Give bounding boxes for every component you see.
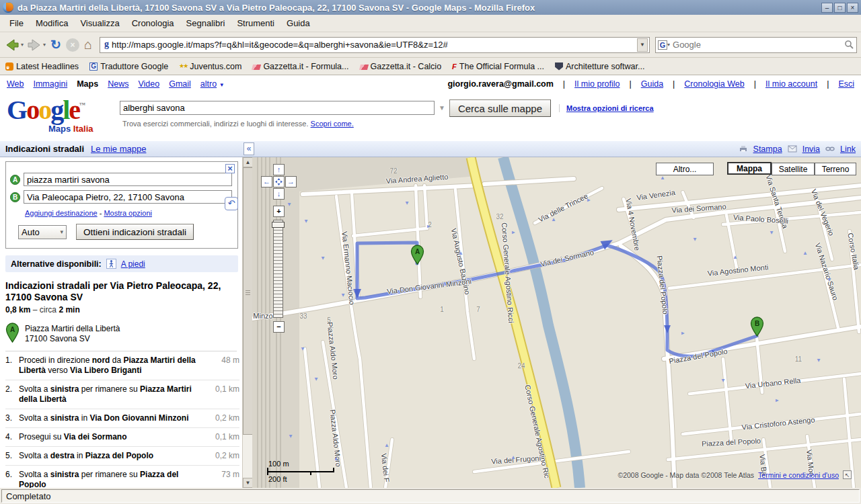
link-mio-account[interactable]: Il mio account xyxy=(765,79,817,89)
bookmark-architetture[interactable]: Architetture softwar... xyxy=(555,62,644,71)
link-gmail[interactable]: Gmail xyxy=(169,79,191,89)
menu-history[interactable]: Cronologia xyxy=(126,16,180,30)
minimize-button[interactable]: – xyxy=(821,3,833,13)
url-input[interactable] xyxy=(112,38,637,52)
back-dropdown-icon[interactable]: ▾ xyxy=(21,42,24,48)
back-button[interactable]: ▾ xyxy=(4,38,24,52)
bookmark-gazzetta-calcio[interactable]: Gazzetta.it - Calcio xyxy=(360,62,442,71)
search-engine-icon[interactable]: G xyxy=(658,40,667,50)
menu-file[interactable]: File xyxy=(4,16,29,30)
street-label: Minzo xyxy=(253,312,272,320)
bookmark-latest-headlines[interactable]: Latest Headlines xyxy=(5,62,79,71)
window-titlebar[interactable]: da Piazza Martiri della Libertà, 17100 S… xyxy=(0,0,861,15)
panel-scrollbar[interactable]: ▲ ▼ xyxy=(242,157,252,488)
menu-tools[interactable]: Strumenti xyxy=(231,16,280,30)
forward-dropdown-icon[interactable]: ▾ xyxy=(43,42,46,48)
zoom-slider-handle[interactable] xyxy=(272,222,285,228)
collapse-panel-button[interactable]: « xyxy=(244,142,254,155)
stop-button[interactable]: × xyxy=(66,38,79,52)
get-directions-button[interactable]: Ottieni indicazioni stradali xyxy=(76,224,194,240)
map-canvas[interactable]: Via Andrea AgliettoVia delle TrinceeVia … xyxy=(252,157,861,488)
directions-title: Indicazioni stradali per Via Pietro Pale… xyxy=(5,280,237,303)
search-icon[interactable] xyxy=(844,40,854,50)
menu-help[interactable]: Guida xyxy=(281,16,315,30)
menu-view[interactable]: Visualizza xyxy=(75,16,124,30)
direction-step[interactable]: 1.Procedi in direzione nord da Piazza Ma… xyxy=(5,351,239,380)
link-immagini[interactable]: Immagini xyxy=(33,79,67,89)
oneway-arrow-icon: ▲ xyxy=(287,202,292,208)
show-options-link[interactable]: Mostra opzioni xyxy=(104,209,152,217)
street-label: Via Urbano Rella xyxy=(745,376,801,390)
swap-directions-icon[interactable]: ↶ xyxy=(225,197,238,210)
link-link[interactable]: Link xyxy=(840,144,856,154)
link-mio-profilo[interactable]: Il mio profilo xyxy=(574,79,620,89)
pan-left-icon[interactable]: ← xyxy=(261,176,272,187)
scopri-come-link[interactable]: Scopri come. xyxy=(311,120,354,128)
search-maps-button[interactable]: Cerca sulle mappe xyxy=(449,99,551,117)
home-button[interactable]: ⌂ xyxy=(82,37,94,52)
link-news[interactable]: News xyxy=(108,79,128,89)
direction-step[interactable]: 5.Svolta a destra in Piazza del Popolo0,… xyxy=(5,447,239,466)
end-address-input[interactable] xyxy=(24,190,232,204)
direction-step[interactable]: 6.Svolta a sinistra per rimanere su Piaz… xyxy=(5,466,239,488)
forward-button[interactable]: ▾ xyxy=(26,38,46,52)
zoom-slider[interactable] xyxy=(273,220,283,318)
link-video[interactable]: Video xyxy=(138,79,159,89)
direction-step[interactable]: 2.Svolta a sinistra per rimanere su Piaz… xyxy=(5,380,239,409)
map-type-map-button[interactable]: Mappa xyxy=(727,162,772,175)
search-history-dropdown-icon[interactable]: ▼ xyxy=(439,104,445,112)
oneway-arrow-icon: ▲ xyxy=(340,292,346,298)
pan-down-icon[interactable]: ↓ xyxy=(273,188,285,200)
bookmark-gazzetta-formula[interactable]: Gazzetta.it - Formula... xyxy=(252,62,348,71)
reload-button[interactable]: ↻ xyxy=(48,37,63,52)
travel-mode-select[interactable]: Auto▾ xyxy=(18,225,67,239)
direction-step[interactable]: 4.Prosegui su Via dei Sormano0,1 km xyxy=(5,428,239,447)
link-guida[interactable]: Guida xyxy=(641,79,663,89)
map-marker-a[interactable]: A xyxy=(410,245,424,265)
close-button[interactable]: × xyxy=(847,3,858,13)
link-altro[interactable]: altro ▼ xyxy=(200,79,225,89)
zoom-out-button[interactable]: − xyxy=(273,321,285,333)
scrollbar-thumb[interactable] xyxy=(243,167,253,435)
route-start-item[interactable]: A Piazza Martiri della Libertà 17100 Sav… xyxy=(5,323,237,344)
direction-step[interactable]: 3.Svolta a sinistra in Via Don Giovanni … xyxy=(5,409,239,428)
bookmark-traduttore-google[interactable]: GTraduttore Google xyxy=(89,62,168,71)
link-web[interactable]: Web xyxy=(7,79,24,89)
map-type-terrain-button[interactable]: Terreno xyxy=(815,163,856,175)
bookmark-juventus[interactable]: ★★Juventus.com xyxy=(179,62,241,71)
scroll-down-icon[interactable]: ▼ xyxy=(243,478,253,488)
expand-icon[interactable]: ↖ xyxy=(843,470,852,479)
my-maps-link[interactable]: Le mie mappe xyxy=(91,144,146,154)
pan-right-icon[interactable]: → xyxy=(285,176,297,187)
zoom-in-button[interactable]: + xyxy=(273,206,285,217)
bookmark-official-formula[interactable]: FThe Official Formula ... xyxy=(452,62,544,71)
add-destination-link[interactable]: Aggiungi destinazione xyxy=(25,209,98,217)
menu-bookmarks[interactable]: Segnalibri xyxy=(181,16,231,30)
map-more-button[interactable]: Altro... xyxy=(656,163,714,175)
terms-link[interactable]: Termini e condizioni d'uso xyxy=(758,471,839,479)
search-bar[interactable]: G ▾ xyxy=(655,37,857,53)
url-dropdown-icon[interactable]: ▼ xyxy=(637,38,648,52)
close-icon[interactable]: × xyxy=(225,164,235,173)
link-esci[interactable]: Esci xyxy=(838,79,854,89)
marker-a-pin: A xyxy=(5,323,20,343)
send-icon xyxy=(788,145,797,153)
scroll-up-icon[interactable]: ▲ xyxy=(243,157,253,167)
search-options-link[interactable]: Mostra opzioni di ricerca xyxy=(559,104,654,112)
pan-up-icon[interactable]: ↑ xyxy=(273,164,285,175)
pan-center-icon[interactable] xyxy=(273,176,285,187)
street-label: Via Venezia xyxy=(636,188,675,202)
map-type-satellite-button[interactable]: Satellite xyxy=(772,163,815,175)
maximize-button[interactable]: □ xyxy=(834,3,846,13)
link-cronologia-web[interactable]: Cronologia Web xyxy=(684,79,744,89)
send-link[interactable]: Invia xyxy=(802,144,820,154)
url-bar[interactable]: g ▼ xyxy=(100,37,650,53)
start-address-input[interactable] xyxy=(24,173,232,186)
window-title: da Piazza Martiri della Libertà, 17100 S… xyxy=(17,3,817,13)
web-search-input[interactable] xyxy=(670,40,844,50)
maps-search-input[interactable] xyxy=(120,101,435,115)
walking-directions-link[interactable]: A piedi xyxy=(121,259,145,269)
map-marker-b[interactable]: B xyxy=(750,317,764,337)
menu-edit[interactable]: Modifica xyxy=(30,16,73,30)
print-link[interactable]: Stampa xyxy=(753,144,782,154)
